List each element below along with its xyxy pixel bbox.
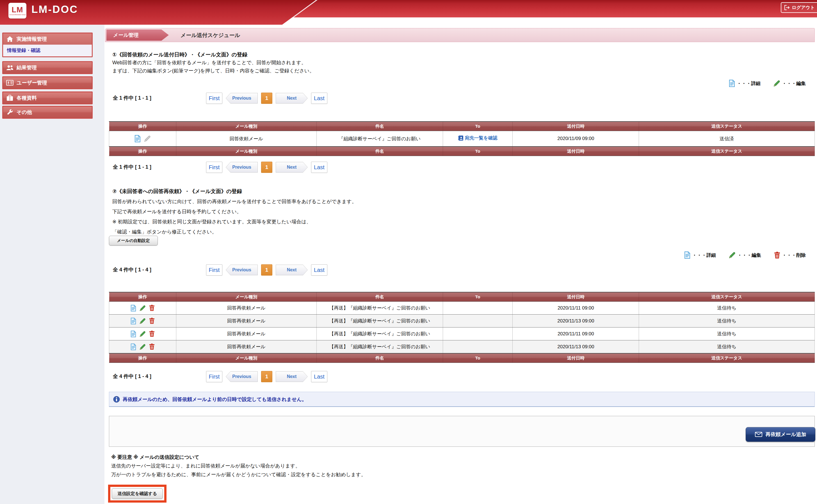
warning-line2: 万が一のトラブルを避けるために、事前にメールが届くかどうかについて確認・設定をす… (111, 470, 366, 479)
detail-doc-icon[interactable] (130, 318, 136, 324)
address-book-icon (458, 135, 464, 141)
pager-previous-button[interactable]: Previous (226, 265, 258, 275)
table-row: 回答再依頼メール 【再送】『組織診断サーベイ』ご回答のお願い 2020/11/1… (109, 302, 815, 315)
pager-page-1[interactable]: 1 (261, 162, 272, 173)
recipient-list-link[interactable]: 宛先一覧を確認 (458, 135, 498, 141)
detail-doc-icon[interactable] (130, 331, 136, 337)
pager-last-button[interactable]: Last (311, 162, 327, 173)
wrench-icon (6, 109, 14, 115)
section1-line2: まずは、下記の編集ボタン(鉛筆マーク)を押して、日時・内容をご確認、ご登録くださ… (112, 67, 314, 75)
pager-next-button[interactable]: Next (276, 371, 308, 382)
cell-status: 送信待ち (639, 340, 815, 354)
sidebar-item-other[interactable]: その他 (2, 106, 93, 119)
pager-next-button[interactable]: Next (276, 162, 308, 173)
info-icon (113, 396, 120, 403)
record-count: 全 1 件中 [ 1 - 1 ] (113, 95, 151, 101)
pager-first-button[interactable]: First (206, 264, 222, 276)
detail-doc-icon (684, 251, 690, 259)
notice-text: 再依頼メールのため、回答依頼メールより前の日時で設定しても送信されません。 (123, 396, 306, 403)
request-mail-table: 操作 メール種別 件名 To 送付日時 送信ステータス 回答依頼メール 『組織診… (109, 121, 815, 156)
pager-next-button[interactable]: Next (276, 265, 308, 275)
pager-table1-top: 全 1 件中 [ 1 - 1 ] First Previous 1 Next L… (109, 92, 815, 104)
id-card-icon (6, 80, 14, 86)
sidebar-group-implementation: 実施情報管理 情報登録・確認 (2, 33, 93, 57)
sidebar-item-documents[interactable]: 各種資料 (2, 91, 93, 104)
pager-next-button[interactable]: Next (276, 93, 308, 104)
breadcrumb-tab-mail-management[interactable]: メール管理 (106, 29, 169, 41)
record-count: 全 1 件中 [ 1 - 1 ] (113, 164, 151, 170)
detail-doc-icon[interactable] (130, 343, 136, 350)
table-row: 回答再依頼メール 【再送】『組織診断サーベイ』ご回答のお願い 2020/11/1… (109, 340, 815, 354)
app-logo-badge: LM Link and Motivation Group (8, 3, 26, 19)
sidebar-subitem-info-register[interactable]: 情報登録・確認 (3, 45, 92, 56)
legend-1: ・・・詳細 ・・・編集 (729, 79, 806, 87)
cell-subject: 『組織診断サーベイ』ご回答のお願い (316, 131, 443, 147)
col-to: To (443, 122, 513, 131)
pager-first-button[interactable]: First (206, 93, 222, 104)
pager-last-button[interactable]: Last (311, 371, 327, 382)
cell-status: 送信待ち (639, 315, 815, 327)
edit-pencil-icon[interactable] (139, 305, 146, 311)
delete-trash-icon[interactable] (149, 318, 155, 324)
section2-line1: 回答が終わられていない方に向けて、回答の再依頼メールを送付することで回答率をあげ… (112, 196, 356, 207)
warning-title: ※ 要注意 ※ メールの送信設定について (111, 453, 366, 462)
edit-pencil-icon-disabled (144, 135, 151, 142)
sidebar-item-label: 各種資料 (17, 95, 37, 101)
cell-datetime: 2020/11/13 09:00 (513, 315, 639, 327)
users-icon (6, 65, 14, 70)
cell-mail-type: 回答再依頼メール (176, 315, 316, 327)
cell-datetime: 2020/11/11 09:00 (513, 327, 639, 340)
highlight-frame: 送信設定を確認する (108, 485, 166, 503)
logout-button[interactable]: ログアウト (781, 2, 817, 13)
sidebar-item-results[interactable]: 結果管理 (2, 61, 93, 74)
delete-trash-icon[interactable] (149, 305, 155, 311)
table-header-row: 操作 メール種別 件名 To 送付日時 送信ステータス (109, 292, 815, 302)
detail-doc-icon[interactable] (134, 135, 141, 142)
delete-trash-icon[interactable] (149, 331, 155, 337)
pager-page-1[interactable]: 1 (261, 264, 272, 276)
pager-previous-button[interactable]: Previous (226, 162, 258, 173)
pager-previous-button[interactable]: Previous (226, 371, 258, 382)
pager-last-button[interactable]: Last (311, 264, 327, 276)
table-row: 回答再依頼メール 【再送】『組織診断サーベイ』ご回答のお願い 2020/11/1… (109, 315, 815, 327)
pager-first-button[interactable]: First (206, 371, 222, 382)
edit-pencil-icon[interactable] (139, 331, 146, 337)
cell-status: 送信待ち (639, 327, 815, 340)
section1-title: ①《回答依頼のメール送付日時》・《メール文面》の登録 (112, 51, 314, 59)
sidebar-item-label: ユーザー管理 (17, 79, 47, 86)
cell-mail-type: 回答依頼メール (176, 131, 316, 147)
add-resend-mail-button[interactable]: 再依頼メール追加 (746, 427, 815, 442)
col-mail-type: メール種別 (176, 122, 316, 131)
page: LM Link and Motivation Group LM-DOC ログアウ… (0, 0, 817, 504)
section2-line3: ※ 初期設定では、回答依頼と同じ文面が登録されています。文面等を変更したい場合は… (112, 217, 356, 227)
delete-trash-icon (774, 252, 780, 259)
table-footer-row: 操作 メール種別 件名 To 送付日時 送信ステータス (109, 146, 815, 156)
pager-page-1[interactable]: 1 (261, 371, 272, 382)
pager-last-button[interactable]: Last (311, 93, 327, 104)
mail-auto-setting-button[interactable]: メールの自動設定 (109, 236, 158, 246)
cell-subject: 【再送】『組織診断サーベイ』ご回答のお願い (316, 327, 443, 340)
cell-datetime: 2020/11/13 09:00 (513, 340, 639, 354)
cell-to (443, 340, 513, 354)
cell-to (443, 315, 513, 327)
table-header-row: 操作 メール種別 件名 To 送付日時 送信ステータス (109, 122, 815, 131)
pager-previous-button[interactable]: Previous (226, 93, 258, 104)
edit-pencil-icon (774, 80, 780, 87)
cell-status: 送信待ち (639, 302, 815, 315)
sidebar-item-user-management[interactable]: ユーザー管理 (2, 76, 93, 89)
sidebar-item-implementation-info[interactable]: 実施情報管理 (3, 33, 92, 45)
detail-doc-icon[interactable] (130, 305, 136, 311)
edit-pencil-icon[interactable] (139, 318, 146, 324)
edit-pencil-icon[interactable] (139, 344, 146, 350)
pager-first-button[interactable]: First (206, 162, 222, 173)
home-icon (6, 36, 14, 42)
check-send-settings-button[interactable]: 送信設定を確認する (112, 488, 163, 499)
cell-to (443, 302, 513, 315)
pager-table2-bottom: 全 4 件中 [ 1 - 4 ] First Previous 1 Next L… (109, 370, 815, 383)
cell-datetime: 2020/11/11 09:00 (513, 302, 639, 315)
sidebar-background (0, 17, 104, 504)
delete-trash-icon[interactable] (149, 343, 155, 350)
pager-page-1[interactable]: 1 (261, 93, 272, 104)
logo-badge-text: LM (12, 6, 23, 14)
breadcrumb: メール管理 メール送付スケジュール (105, 28, 815, 42)
